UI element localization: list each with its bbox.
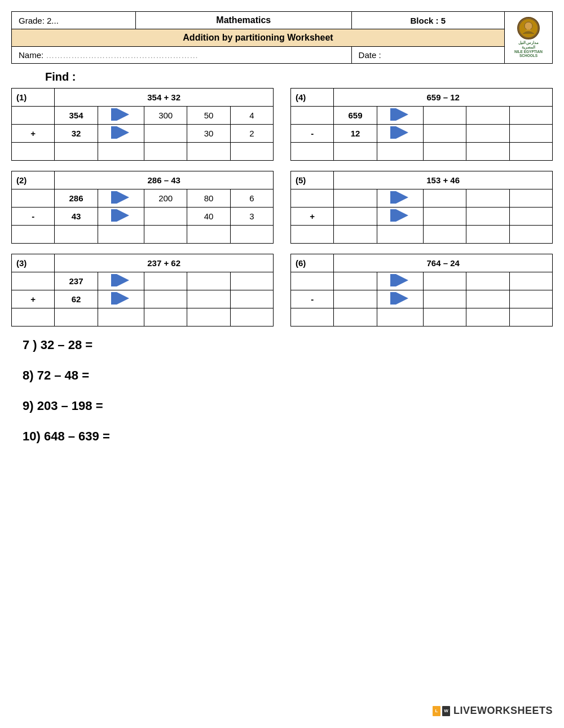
prob3-result-c3 bbox=[230, 308, 273, 327]
prob4-result-label bbox=[291, 143, 334, 161]
prob6-r1-arrow bbox=[377, 272, 423, 290]
prob4-result-num bbox=[334, 143, 377, 161]
prob3-r1-label bbox=[12, 272, 55, 290]
date-label: Date : bbox=[359, 50, 381, 60]
prob5-r2-c2 bbox=[466, 208, 509, 226]
prob2-r1-arrow bbox=[98, 189, 144, 208]
prob5-r1-num bbox=[334, 189, 377, 208]
prob3-r2-c3 bbox=[230, 290, 273, 308]
problem-2-container: (2) 286 – 43 286 200 80 6 - 43 4 bbox=[11, 171, 274, 244]
simple-problem-10: 10) 648 – 639 = bbox=[23, 429, 553, 444]
prob3-r1-c3 bbox=[230, 272, 273, 290]
prob4-r2-c3 bbox=[509, 125, 552, 143]
prob4-expression: 659 – 12 bbox=[334, 89, 553, 107]
prob1-result-c1 bbox=[144, 143, 187, 161]
prob6-result-num bbox=[334, 308, 377, 327]
prob6-r2-arrow bbox=[377, 290, 423, 308]
prob1-r2-arrow bbox=[98, 125, 144, 143]
prob5-r2-arrow bbox=[377, 208, 423, 226]
prob3-r1-num: 237 bbox=[55, 272, 98, 290]
simple-problem-9: 9) 203 – 198 = bbox=[23, 399, 553, 413]
svg-point-1 bbox=[525, 22, 532, 30]
prob6-r1-label bbox=[291, 272, 334, 290]
simple-problems-section: 7 ) 32 – 28 = 8) 72 – 48 = 9) 203 – 198 … bbox=[23, 338, 553, 444]
prob4-number: (4) bbox=[291, 89, 334, 107]
prob1-result-c3 bbox=[230, 143, 273, 161]
prob3-r2-c2 bbox=[187, 290, 230, 308]
prob3-r1-arrow bbox=[98, 272, 144, 290]
prob3-result-c2 bbox=[187, 308, 230, 327]
problem-5-container: (5) 153 + 46 + bbox=[290, 171, 553, 244]
prob6-r1-c3 bbox=[509, 272, 552, 290]
prob1-r2-c2: 30 bbox=[187, 125, 230, 143]
prob5-result-c2 bbox=[466, 226, 509, 244]
prob4-r1-num: 659 bbox=[334, 107, 377, 125]
prob2-r1-num: 286 bbox=[55, 189, 98, 208]
prob2-result-label bbox=[12, 226, 55, 244]
prob4-result-c3 bbox=[509, 143, 552, 161]
prob6-result-c2 bbox=[466, 308, 509, 327]
name-dots: ……………………………………………… bbox=[46, 50, 198, 60]
prob6-result-arrow bbox=[377, 308, 423, 327]
problem-2-table: (2) 286 – 43 286 200 80 6 - 43 4 bbox=[11, 171, 274, 244]
header-table: Grade: 2... Mathematics Block : 5 مدارس … bbox=[11, 11, 553, 64]
prob5-r1-c2 bbox=[466, 189, 509, 208]
simple-problem-8: 8) 72 – 48 = bbox=[23, 368, 553, 383]
logo-text: مدارس النيل المصريةNILE EGYPTIAN SCHOOLS bbox=[512, 41, 545, 58]
prob6-r2-op: - bbox=[291, 290, 334, 308]
prob1-expression: 354 + 32 bbox=[55, 89, 274, 107]
prob6-r1-c1 bbox=[424, 272, 466, 290]
prob1-r1-c2: 50 bbox=[187, 107, 230, 125]
prob2-r1-label bbox=[12, 189, 55, 208]
prob5-r1-arrow bbox=[377, 189, 423, 208]
prob6-expression: 764 – 24 bbox=[334, 254, 553, 272]
prob2-r2-op: - bbox=[12, 208, 55, 226]
problem-1-table: (1) 354 + 32 354 300 50 4 + 32 3 bbox=[11, 88, 274, 161]
prob4-r2-arrow bbox=[377, 125, 423, 143]
prob4-r1-label bbox=[291, 107, 334, 125]
block-label: Block : 5 bbox=[411, 16, 446, 25]
prob3-r2-arrow bbox=[98, 290, 144, 308]
problem-6-container: (6) 764 – 24 - bbox=[290, 254, 553, 327]
logo-circle bbox=[517, 17, 540, 39]
problems-row-2: (2) 286 – 43 286 200 80 6 - 43 4 bbox=[11, 171, 553, 244]
prob6-result-label bbox=[291, 308, 334, 327]
prob2-r2-c2: 40 bbox=[187, 208, 230, 226]
prob4-r1-arrow bbox=[377, 107, 423, 125]
logo-cell: مدارس النيل المصريةNILE EGYPTIAN SCHOOLS bbox=[505, 12, 553, 64]
prob4-r1-c3 bbox=[509, 107, 552, 125]
problem-4-container: (4) 659 – 12 659 - 12 bbox=[290, 88, 553, 161]
prob3-r2-op: + bbox=[12, 290, 55, 308]
problem-4-table: (4) 659 – 12 659 - 12 bbox=[290, 88, 553, 161]
prob4-result-c1 bbox=[424, 143, 466, 161]
simple-problem-7: 7 ) 32 – 28 = bbox=[23, 338, 553, 352]
lw-icon-orange: L bbox=[433, 706, 440, 716]
prob2-result-num bbox=[55, 226, 98, 244]
prob3-expression: 237 + 62 bbox=[55, 254, 274, 272]
prob3-result-arrow bbox=[98, 308, 144, 327]
subject-label: Mathematics bbox=[216, 15, 271, 25]
prob3-number: (3) bbox=[12, 254, 55, 272]
prob4-r2-c1 bbox=[424, 125, 466, 143]
prob2-expression: 286 – 43 bbox=[55, 171, 274, 189]
prob2-r1-c3: 6 bbox=[230, 189, 273, 208]
prob1-r1-arrow bbox=[98, 107, 144, 125]
prob2-result-arrow bbox=[98, 226, 144, 244]
prob3-r1-c1 bbox=[144, 272, 187, 290]
name-label: Name: bbox=[19, 50, 43, 60]
prob1-r2-c3: 2 bbox=[230, 125, 273, 143]
prob5-r1-c1 bbox=[424, 189, 466, 208]
prob5-number: (5) bbox=[291, 171, 334, 189]
problem-6-table: (6) 764 – 24 - bbox=[290, 254, 553, 327]
block-cell: Block : 5 bbox=[351, 12, 504, 29]
problems-row-1: (1) 354 + 32 354 300 50 4 + 32 3 bbox=[11, 88, 553, 161]
subject-cell: Mathematics bbox=[136, 12, 352, 29]
problems-row-3: (3) 237 + 62 237 + 62 bbox=[11, 254, 553, 327]
worksheet-title: Addition by partitioning Worksheet bbox=[183, 33, 333, 42]
prob3-result-num bbox=[55, 308, 98, 327]
prob1-r2-op: + bbox=[12, 125, 55, 143]
prob2-r1-c1: 200 bbox=[144, 189, 187, 208]
lw-icon-dark: W bbox=[442, 706, 450, 716]
prob5-result-num bbox=[334, 226, 377, 244]
prob3-r2-num: 62 bbox=[55, 290, 98, 308]
